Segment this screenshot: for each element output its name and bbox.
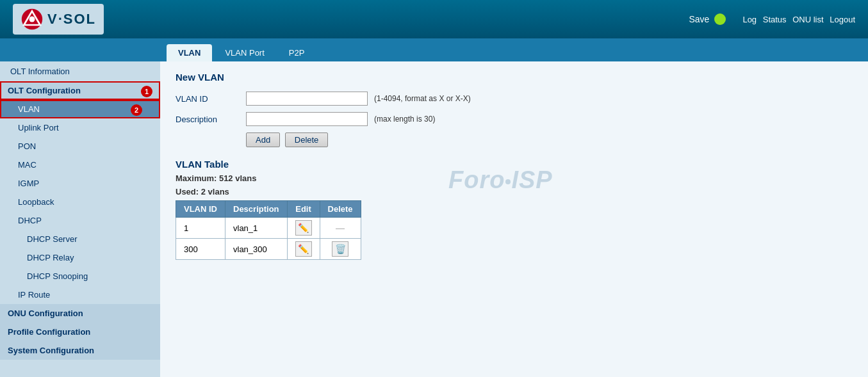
description-hint: (max length is 30) (374, 115, 435, 124)
sidebar-label-igmp: IGMP (18, 179, 39, 188)
badge-vlan: 2 (131, 104, 142, 116)
vlan-id-input[interactable] (246, 92, 368, 106)
col-edit: Edit (287, 201, 320, 218)
vlan-table-title: VLAN Table (176, 159, 853, 170)
vlan-id-row: VLAN ID (1-4094, format as X or X-X) (176, 92, 853, 106)
sidebar-item-dhcp-relay[interactable]: DHCP Relay (0, 248, 160, 267)
logo-text: V·SOL (47, 11, 96, 28)
table-row: 300 vlan_300 ✏️ 🗑️ (176, 239, 361, 260)
new-vlan-title: New VLAN (176, 72, 853, 83)
status-dot (714, 13, 726, 25)
header: V·SOL Save Log Status ONU list Logout (0, 0, 868, 38)
row2-vlan-id: 300 (176, 239, 225, 260)
sidebar-item-uplink-port[interactable]: Uplink Port (0, 118, 160, 137)
max-vlans-info: Maximum: 512 vlans (176, 173, 853, 183)
sidebar-label-mac: MAC (18, 160, 37, 170)
header-right: Save Log Status ONU list Logout (689, 13, 855, 25)
header-save-area: Save (689, 13, 726, 25)
row2-edit-cell: ✏️ (287, 239, 320, 260)
sidebar-label-olt-configuration: OLT Configuration (8, 86, 81, 95)
sidebar-item-ip-route[interactable]: IP Route (0, 285, 160, 304)
vlan-table: VLAN ID Description Edit Delete 1 vlan_1… (176, 200, 361, 260)
sidebar-item-olt-configuration[interactable]: OLT Configuration 1 (0, 81, 160, 100)
main-layout: OLT Information OLT Configuration 1 VLAN… (0, 61, 868, 377)
table-row: 1 vlan_1 ✏️ — (176, 218, 361, 239)
vlan-id-hint: (1-4094, format as X or X-X) (374, 94, 471, 103)
sidebar-item-loopback[interactable]: Loopback (0, 193, 160, 211)
sidebar-label-profile-configuration: Profile Configuration (8, 327, 90, 337)
sidebar-item-profile-configuration[interactable]: Profile Configuration (0, 323, 160, 341)
sidebar-item-dhcp-server[interactable]: DHCP Server (0, 230, 160, 248)
sidebar-label-uplink-port: Uplink Port (18, 123, 59, 132)
tab-p2p[interactable]: P2P (277, 44, 316, 61)
sidebar-label-pon: PON (18, 141, 36, 151)
description-row: Description (max length is 30) (176, 112, 853, 126)
row2-edit-button[interactable]: ✏️ (295, 241, 312, 257)
tab-vlan[interactable]: VLAN (167, 44, 212, 61)
vsol-logo-icon (20, 8, 44, 31)
content-area: New VLAN VLAN ID (1-4094, format as X or… (160, 61, 868, 377)
save-label: Save (689, 14, 709, 24)
row2-delete-button[interactable]: 🗑️ (332, 241, 348, 257)
vlan-id-label: VLAN ID (176, 94, 240, 104)
sidebar-item-mac[interactable]: MAC (0, 156, 160, 174)
nav-status[interactable]: Status (763, 15, 787, 24)
sidebar-item-vlan[interactable]: VLAN 2 (0, 100, 160, 118)
sidebar-label-onu-configuration: ONU Configuration (8, 309, 83, 318)
sidebar-item-dhcp-snooping[interactable]: DHCP Snooping (0, 267, 160, 285)
nav-log[interactable]: Log (742, 15, 757, 24)
sidebar-label-dhcp: DHCP (18, 216, 42, 225)
logo-box: V·SOL (13, 4, 104, 35)
used-vlans-info: Used: 2 vlans (176, 187, 853, 197)
sidebar-item-system-configuration[interactable]: System Configuration (0, 341, 160, 360)
add-button[interactable]: Add (246, 132, 280, 147)
tabbar: VLAN VLAN Port P2P (0, 38, 868, 61)
col-delete: Delete (320, 201, 361, 218)
sidebar-item-dhcp[interactable]: DHCP (0, 211, 160, 230)
logo-area: V·SOL (13, 4, 104, 35)
delete-button[interactable]: Delete (285, 132, 329, 147)
row1-description: vlan_1 (225, 218, 288, 239)
sidebar-label-dhcp-relay: DHCP Relay (27, 253, 74, 262)
header-nav: Log Status ONU list Logout (739, 15, 855, 24)
row2-delete-cell: 🗑️ (320, 239, 361, 260)
row2-description: vlan_300 (225, 239, 288, 260)
action-buttons: Add Delete (246, 132, 853, 147)
sidebar-item-pon[interactable]: PON (0, 137, 160, 156)
sidebar-label-dhcp-server: DHCP Server (27, 234, 78, 244)
svg-point-2 (29, 17, 35, 22)
row1-delete-icon: — (336, 223, 345, 233)
sidebar-label-ip-route: IP Route (18, 290, 50, 300)
sidebar-item-olt-information[interactable]: OLT Information (0, 61, 160, 81)
sidebar-item-onu-configuration[interactable]: ONU Configuration (0, 304, 160, 323)
col-vlan-id: VLAN ID (176, 201, 225, 218)
row1-edit-cell: ✏️ (287, 218, 320, 239)
row1-delete-cell: — (320, 218, 361, 239)
col-description: Description (225, 201, 288, 218)
sidebar-label-system-configuration: System Configuration (8, 346, 94, 355)
sidebar-label-olt-information: OLT Information (10, 67, 70, 76)
description-label: Description (176, 115, 240, 124)
description-input[interactable] (246, 112, 368, 126)
sidebar-item-igmp[interactable]: IGMP (0, 174, 160, 193)
nav-logout[interactable]: Logout (830, 15, 855, 24)
nav-onu-list[interactable]: ONU list (792, 15, 823, 24)
row1-edit-button[interactable]: ✏️ (295, 220, 312, 236)
sidebar-label-loopback: Loopback (18, 197, 54, 207)
sidebar-label-dhcp-snooping: DHCP Snooping (27, 271, 88, 281)
row1-vlan-id: 1 (176, 218, 225, 239)
sidebar-label-vlan: VLAN (18, 104, 40, 114)
sidebar: OLT Information OLT Configuration 1 VLAN… (0, 61, 160, 377)
tab-vlan-port[interactable]: VLAN Port (213, 44, 275, 61)
badge-olt-configuration: 1 (141, 86, 152, 97)
